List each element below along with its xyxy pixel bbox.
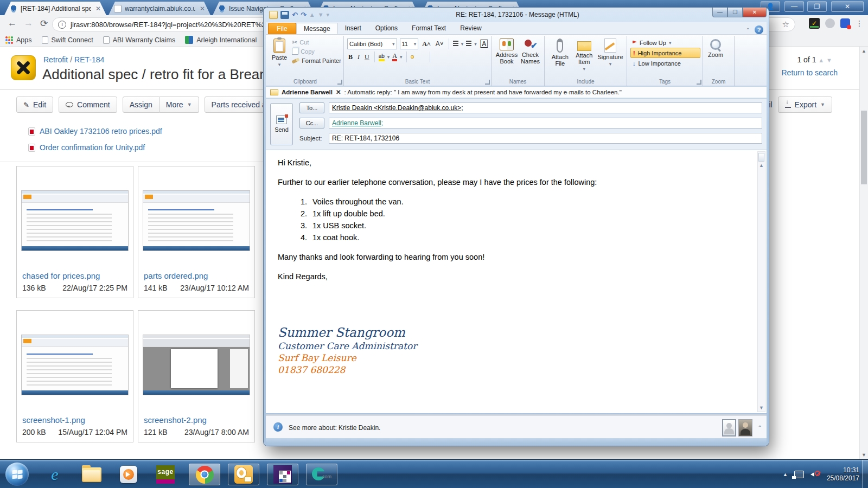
assign-button[interactable]: Assign [123,97,159,113]
attachment-card[interactable]: screenshot-2.png 121 kB 23/Aug/17 8:00 A… [138,310,255,442]
tab-format-text[interactable]: Format Text [405,23,453,34]
taskbar-warranty-app-button[interactable] [267,464,298,485]
dialog-launcher-icon[interactable] [697,80,701,85]
minimize-button[interactable]: — [712,8,727,17]
copy-button[interactable]: Copy [292,47,341,56]
norton-extension-icon[interactable] [809,18,820,29]
start-button[interactable] [5,463,29,486]
bullets-button[interactable] [453,41,458,47]
follow-up-button[interactable]: Follow Up ▾ [630,37,700,48]
align-left-button[interactable] [411,55,414,59]
subject-field[interactable]: RE: RET-184, 1732106 [329,133,762,144]
bookmark-abi-warranty[interactable]: ABI Warranty Claims [103,36,176,44]
cc-field[interactable]: Adrienne Barwell; [329,118,762,129]
underline-button[interactable]: U [363,53,371,61]
grow-font-button[interactable]: A˄ [421,40,432,48]
tab-insert[interactable]: Insert [338,23,368,34]
bookmark-swift-connect[interactable]: Swift Connect [42,36,93,44]
attachment-filename-link[interactable]: parts ordered.png [144,271,249,280]
clear-formatting-button[interactable]: 🄰 [480,40,489,48]
contact-avatar[interactable] [722,419,736,436]
attachment-card[interactable]: chased for prices.png 136 kB 22/Aug/17 2… [16,166,133,298]
tab-review[interactable]: Review [453,23,488,34]
align-center-button[interactable] [417,55,420,59]
dialog-launcher-icon[interactable] [485,80,490,85]
taskbar-explorer-button[interactable] [76,464,107,485]
attachment-thumbnail-image[interactable] [143,335,250,395]
customize-qat-icon[interactable]: ▾ [327,11,330,19]
taskbar-com-app-button[interactable]: com [306,464,337,485]
cc-button[interactable]: Cc... [299,118,324,129]
paste-button[interactable]: Paste ▾ [270,37,289,68]
infobar-close-icon[interactable]: ✕ [336,88,341,96]
breadcrumb-project-link[interactable]: Retrofit [43,55,68,64]
attachment-filename-link[interactable]: chased for prices.png [22,271,127,280]
page-scrollbar[interactable]: ▲ ▼ [859,47,868,459]
browser-tab-ret184[interactable]: [RET-184] Additional spe ✕ [4,2,106,15]
to-button[interactable]: To... [299,102,324,113]
forward-button[interactable]: → [24,18,33,29]
reload-button[interactable]: ⟳ [40,18,48,29]
scroll-up-icon[interactable]: ▲ [758,163,765,168]
tab-file[interactable]: File [268,23,296,34]
network-icon[interactable] [794,471,804,478]
to-field[interactable]: Kristie Deakin <Kristie.Deakin@abiuk.co.… [329,102,762,113]
send-button[interactable]: Send [270,103,293,145]
attach-item-button[interactable]: Attach Item ▾ [572,37,597,73]
outlook-titlebar[interactable]: ↶ ↷ ▲ ▼ ▾ RE: RET-184, 1732106 - Message… [267,8,765,22]
signature-button[interactable]: Signature ▾ [596,37,624,73]
volume-muted-icon[interactable] [810,471,820,478]
tab-close-icon[interactable]: ✕ [199,5,206,12]
font-name-combo[interactable]: Calibri (Bod)▾ [347,38,397,49]
tab-options[interactable]: Options [368,23,405,34]
pager-down-icon[interactable]: ▼ [826,57,832,63]
contact-avatar-photo[interactable] [738,419,752,436]
tab-message[interactable]: Message [296,23,338,34]
comment-button[interactable]: Comment [59,97,117,113]
scroll-down-icon[interactable]: ▼ [860,452,868,458]
breadcrumb-issue-link[interactable]: RET-184 [74,55,104,64]
numbering-button[interactable] [466,41,471,47]
save-button[interactable] [280,11,289,19]
apps-shortcut[interactable]: Apps [5,36,32,44]
undo-button[interactable]: ↶ [292,11,298,19]
body-scrollbar[interactable]: ▲ ▼ [757,151,765,412]
attach-file-button[interactable]: Attach File [548,37,572,73]
shrink-font-button[interactable]: A˅ [435,40,445,48]
pager-up-icon[interactable]: ▲ [818,57,824,63]
bold-button[interactable]: B [347,53,354,61]
export-button[interactable]: Export ▼ [778,97,832,113]
italic-button[interactable]: I [356,53,361,61]
decrease-indent-button[interactable] [434,55,437,59]
people-pane-expand-icon[interactable]: ⌃ [758,425,762,431]
return-to-search-link[interactable]: Return to search [782,68,838,77]
highlight-button[interactable]: ab [379,53,385,61]
window-minimize-button[interactable]: — [784,1,804,12]
scrollbar-thumb[interactable] [861,111,867,184]
minimize-ribbon-icon[interactable]: ⌃ [746,27,750,33]
window-restore-button[interactable]: ❐ [807,1,827,12]
attachment-card[interactable]: screenshot-1.png 200 kB 15/Aug/17 12:04 … [16,310,133,442]
close-button[interactable]: ✕ [743,8,767,17]
browser-tab-warrantyclaim[interactable]: warrantyclaim.abiuk.co.u ✕ [108,2,210,15]
zoom-button[interactable]: Zoom [706,37,725,59]
collapse-header-icon[interactable] [758,153,764,162]
scroll-down-icon[interactable]: ▼ [758,405,765,410]
redo-button[interactable]: ↷ [301,11,307,19]
scroll-up-icon[interactable]: ▲ [860,48,868,54]
taskbar-outlook-button[interactable] [228,464,259,485]
taskbar-chrome-button[interactable] [189,464,220,485]
address-book-button[interactable]: Address Book [495,37,519,66]
phone-extension-icon[interactable] [840,18,850,28]
taskbar-sage-button[interactable]: sage [150,464,181,485]
message-body[interactable]: Hi Kristie, Further to our earlier telep… [266,150,767,413]
extension-icon[interactable] [825,18,835,28]
align-right-button[interactable] [423,55,426,59]
attachment-thumbnail-image[interactable] [143,190,250,251]
tab-close-icon[interactable]: ✕ [94,5,102,12]
attachment-link[interactable]: Order confirmation for Unity.pdf [40,143,145,152]
font-color-button[interactable]: A [392,53,397,61]
format-painter-button[interactable]: Format Painter [292,56,341,65]
increase-indent-button[interactable] [440,55,443,59]
low-importance-button[interactable]: ↓ Low Importance [630,58,700,68]
